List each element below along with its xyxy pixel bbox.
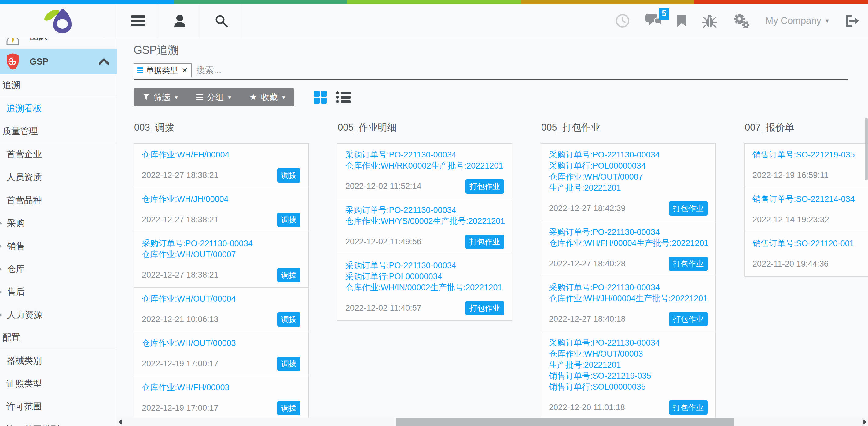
record-link[interactable]: 仓库作业:WH/JH/00004 [142, 193, 301, 205]
kanban-card[interactable]: 采购订单号:PO-221130-00034仓库作业:WH/RK00002生产批号… [337, 144, 512, 199]
scroll-left-arrow-icon[interactable] [118, 419, 122, 425]
kanban-card[interactable]: 采购订单号:PO-221130-00034仓库作业:WH/FH/00004生产批… [541, 221, 716, 276]
record-link[interactable]: 仓库作业:WH/OUT/00004 [142, 293, 301, 304]
kanban-card[interactable]: 采购订单号:PO-221130-00034采购订单行:POL00000034仓库… [541, 144, 716, 221]
record-link[interactable]: 生产批号:20221201 [549, 182, 708, 193]
kanban-card[interactable]: 仓库作业:WH/OUT/00004 2022-12-21 10:06:13 调拨 [133, 287, 309, 332]
record-link[interactable]: 生产批号:20221201 [549, 359, 708, 370]
messages-button[interactable]: 5 [646, 14, 661, 28]
record-link[interactable]: 销售订单号:SO-221120-001 [752, 238, 868, 249]
scroll-right-arrow-icon[interactable] [863, 419, 867, 425]
company-menu[interactable]: My Company ▾ [765, 15, 829, 26]
record-link[interactable]: 采购订单行:POL00000034 [549, 160, 708, 171]
card-type-badge: 打包作业 [465, 179, 504, 193]
record-link[interactable]: 仓库作业:WH/YS/00002生产批号:20221201 [345, 216, 504, 226]
facet-remove-icon[interactable]: ✕ [182, 66, 188, 75]
sidebar-item[interactable]: 许可范围 [0, 395, 117, 418]
record-link[interactable]: 采购订单号:PO-221130-00034 [142, 238, 301, 249]
sidebar-item[interactable]: 器械类别 [0, 349, 117, 372]
sidebar-item[interactable]: 追溯看板 [0, 97, 117, 120]
brand-logo[interactable] [0, 4, 117, 38]
sidebar-item[interactable]: 证照类型 [0, 372, 117, 395]
gsp-shield-icon [5, 53, 20, 70]
horizontal-scrollbar-thumb[interactable] [396, 418, 734, 426]
record-link[interactable]: 销售订单行:SOL00000035 [549, 382, 708, 392]
record-link[interactable]: 采购订单行:POL00000034 [345, 271, 504, 282]
kanban-card[interactable]: 仓库作业:WH/FH/00004 2022-12-27 18:38:21 调拨 [133, 144, 309, 188]
card-links: 采购订单号:PO-221130-00034采购订单行:POL00000034仓库… [549, 149, 708, 193]
record-link[interactable]: 仓库作业:WH/OUT/00007 [549, 171, 708, 182]
list-view-button[interactable] [336, 91, 350, 103]
card-type-badge: 调拨 [277, 401, 301, 415]
sidebar-item[interactable]: 人员资质 [0, 166, 117, 189]
record-link[interactable]: 采购订单号:PO-221130-00034 [549, 282, 708, 293]
kanban-card[interactable]: 仓库作业:WH/FH/00003 2022-12-19 17:00:17 调拨 [133, 376, 309, 421]
favorites-label: 收藏 [261, 92, 278, 103]
kanban-card[interactable]: 仓库作业:WH/JH/00004 2022-12-27 18:38:21 调拨 [133, 188, 309, 233]
search-facet[interactable]: 单据类型 ✕ [133, 63, 192, 78]
sidebar-item[interactable]: 销售 [0, 235, 117, 257]
sidebar-item[interactable]: 采购 [0, 212, 117, 235]
record-link[interactable]: 销售订单号:SO-221219-035 [752, 149, 868, 160]
search-input[interactable]: 单据类型 ✕ 搜索... [133, 62, 847, 80]
record-link[interactable]: 采购订单号:PO-221130-00034 [549, 337, 708, 348]
group-by-button[interactable]: 分组 ▾ [187, 88, 241, 106]
record-link[interactable]: 采购订单号:PO-221130-00034 [345, 149, 504, 160]
sidebar-item[interactable]: 仓库 [0, 257, 117, 280]
horizontal-scrollbar[interactable] [117, 418, 868, 426]
top-color-strip [0, 0, 868, 4]
record-link[interactable]: 仓库作业:WH/FH/00004 [142, 149, 301, 160]
debug-button[interactable] [702, 14, 717, 28]
record-link[interactable]: 销售订单号:SO-221214-034 [752, 193, 868, 205]
sidebar-item[interactable]: 首营品种 [0, 189, 117, 212]
contacts-button[interactable] [159, 4, 200, 38]
kanban-card[interactable]: 采购订单号:PO-221130-00034仓库作业:WH/JH/00004生产批… [541, 276, 716, 332]
record-link[interactable]: 仓库作业:WH/IN/00002生产批号:20221201 [345, 282, 504, 293]
sidebar-item[interactable]: 团队 [0, 38, 117, 49]
sidebar-item[interactable]: 人力资源 [0, 303, 117, 326]
kanban-card[interactable]: 采购订单号:PO-221130-00034仓库作业:WH/OUT/00003生产… [541, 332, 716, 420]
kanban-card[interactable]: 仓库作业:WH/OUT/00003 2022-12-19 17:00:17 调拨 [133, 332, 309, 376]
kanban-card[interactable]: 采购订单号:PO-221130-00034仓库作业:WH/YS/00002生产批… [337, 199, 512, 254]
filters-button[interactable]: 筛选 ▾ [133, 88, 187, 106]
card-timestamp: 2022-12-27 18:38:21 [142, 171, 219, 180]
logout-button[interactable] [845, 14, 859, 27]
record-link[interactable]: 仓库作业:WH/OUT/00003 [549, 348, 708, 359]
sidebar-item-label: 销售 [7, 240, 25, 252]
record-link[interactable]: 仓库作业:WH/OUT/00007 [142, 249, 301, 260]
sidebar-item[interactable]: 追溯 [0, 74, 117, 97]
vertical-scrollbar-thumb[interactable] [865, 118, 868, 180]
settings-button[interactable] [733, 13, 749, 28]
sidebar-item[interactable]: 配置 [0, 326, 117, 349]
favorites-button[interactable]: ★ 收藏 ▾ [240, 88, 294, 106]
global-search-button[interactable] [200, 4, 242, 38]
activities-button[interactable] [616, 14, 630, 28]
record-link[interactable]: 仓库作业:WH/OUT/00003 [142, 338, 301, 348]
kanban-card[interactable]: 销售订单号:SO-221219-035 2022-12-19 16:59:11 [744, 144, 868, 188]
record-link[interactable]: 仓库作业:WH/JH/00004生产批号:20221201 [549, 293, 708, 304]
kanban-view-button[interactable] [314, 91, 327, 104]
bookmarks-button[interactable] [677, 15, 686, 27]
card-timestamp: 2022-12-14 19:23:32 [752, 215, 829, 224]
record-link[interactable]: 采购订单号:PO-221130-00034 [345, 205, 504, 216]
record-link[interactable]: 销售订单号:SO-221219-035 [549, 370, 708, 382]
kanban-card[interactable]: 销售订单号:SO-221120-001 2022-11-20 19:44:36 [744, 232, 868, 277]
sidebar-item[interactable]: 首营企业 [0, 143, 117, 166]
kanban-card[interactable]: 销售订单号:SO-221214-034 2022-12-14 19:23:32 [744, 188, 868, 233]
card-footer: 2022-12-19 16:59:11 [752, 168, 868, 182]
record-link[interactable]: 采购订单号:PO-221130-00034 [345, 260, 504, 271]
card-links: 仓库作业:WH/FH/00004 [142, 149, 301, 160]
record-link[interactable]: 采购订单号:PO-221130-00034 [549, 149, 708, 160]
sidebar-item[interactable]: 许可范围类型 [0, 418, 117, 426]
kanban-card[interactable]: 采购订单号:PO-221130-00034仓库作业:WH/OUT/00007 2… [133, 232, 309, 288]
record-link[interactable]: 采购订单号:PO-221130-00034 [549, 226, 708, 238]
sidebar-item[interactable]: 售后 [0, 280, 117, 303]
record-link[interactable]: 仓库作业:WH/FH/00004生产批号:20221201 [549, 238, 708, 249]
sidebar-item[interactable]: 质量管理 [0, 120, 117, 143]
sidebar-item[interactable]: GSP [0, 49, 117, 74]
apps-menu-button[interactable] [117, 4, 159, 38]
sidebar-item-label: 质量管理 [2, 125, 38, 137]
record-link[interactable]: 仓库作业:WH/RK00002生产批号:20221201 [345, 160, 504, 171]
kanban-card[interactable]: 采购订单号:PO-221130-00034采购订单行:POL00000034仓库… [337, 254, 512, 321]
record-link[interactable]: 仓库作业:WH/FH/00003 [142, 382, 301, 393]
